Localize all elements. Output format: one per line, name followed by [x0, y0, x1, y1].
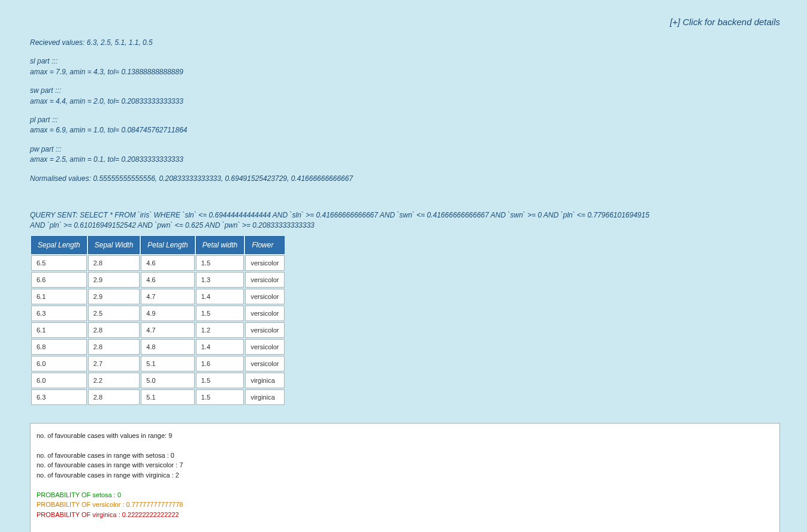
table-cell: 1.5: [196, 373, 244, 388]
table-cell: 6.0: [31, 356, 87, 371]
table-cell: 6.1: [31, 289, 87, 304]
table-cell: 6.6: [31, 272, 87, 288]
fav-total: no. of favourable cases with values in r…: [37, 431, 773, 441]
table-cell: 6.8: [31, 339, 87, 355]
table-cell: 1.2: [196, 322, 244, 338]
received-values: Recieved values: 6.3, 2.5, 5.1, 1.1, 0.5: [30, 38, 780, 48]
table-cell: 1.4: [196, 339, 244, 355]
table-cell: 4.6: [141, 272, 194, 288]
total-cases: total no. of cases: 100: [37, 530, 773, 532]
sw-part-label: sw part :::: [30, 86, 61, 95]
fav-virginica: no. of favourable cases in range with vi…: [37, 470, 773, 480]
table-cell: 1.5: [196, 255, 244, 271]
table-cell: versicolor: [245, 322, 284, 338]
table-row: 6.82.84.81.4versicolor: [31, 339, 285, 355]
sl-part-label: sl part :::: [30, 57, 58, 65]
table-cell: 1.6: [196, 356, 244, 371]
sl-part: sl part ::: amax = 7.9, amin = 4.3, tol=…: [30, 56, 780, 77]
sw-part: sw part ::: amax = 4.4, amin = 2.0, tol=…: [30, 86, 780, 107]
pl-part: pl part ::: amax = 6.9, amin = 1.0, tol=…: [30, 115, 780, 136]
table-cell: 2.5: [88, 306, 140, 321]
iris-results-table: Sepal LengthSepal WidthPetal LengthPetal…: [30, 235, 286, 406]
table-cell: virginica: [245, 389, 284, 405]
table-header-0: Sepal Length: [31, 236, 87, 254]
table-cell: 4.6: [141, 255, 194, 271]
query-line-2: AND `pln` >= 0.61016949152542 AND `pwn` …: [30, 221, 315, 229]
table-cell: versicolor: [245, 356, 284, 371]
table-row: 6.12.84.71.2versicolor: [31, 322, 285, 338]
table-cell: versicolor: [245, 306, 284, 321]
table-header-4: Flower: [245, 236, 284, 254]
table-cell: 6.3: [31, 389, 87, 405]
pl-part-values: amax = 6.9, amin = 1.0, tol= 0.084745762…: [30, 126, 188, 134]
table-header-3: Petal width: [196, 236, 244, 254]
prob-virginica: PROBABILITY OF virginica : 0.22222222222…: [37, 510, 773, 520]
table-cell: 2.9: [88, 289, 140, 304]
table-cell: 6.0: [31, 373, 87, 388]
table-cell: versicolor: [245, 272, 284, 288]
table-row: 6.12.94.71.4versicolor: [31, 289, 285, 304]
table-cell: 4.7: [141, 322, 194, 338]
prob-versicolor: PROBABILITY OF versicolor : 0.7777777777…: [37, 500, 773, 510]
query-line-1: QUERY SENT: SELECT * FROM `iris` WHERE `…: [30, 211, 649, 219]
table-cell: 2.2: [88, 373, 140, 388]
fav-setosa: no. of favourable cases in range with se…: [37, 451, 773, 461]
table-cell: versicolor: [245, 339, 284, 355]
table-cell: 5.1: [141, 356, 194, 371]
result-box: no. of favourable cases with values in r…: [30, 423, 780, 532]
table-cell: 1.3: [196, 272, 244, 288]
table-row: 6.32.85.11.5virginica: [31, 389, 285, 405]
table-cell: 2.9: [88, 272, 140, 288]
table-cell: 2.7: [88, 356, 140, 371]
table-cell: 2.8: [88, 389, 140, 405]
table-header-2: Petal Length: [141, 236, 194, 254]
prob-setosa: PROBABILITY OF setosa : 0: [37, 490, 773, 500]
backend-details-label: [+] Click for backend details: [670, 17, 780, 27]
table-cell: 6.1: [31, 322, 87, 338]
table-row: 6.02.75.11.6versicolor: [31, 356, 285, 371]
table-row: 6.62.94.61.3versicolor: [31, 272, 285, 288]
table-cell: virginica: [245, 373, 284, 388]
table-header-1: Sepal Width: [88, 236, 140, 254]
pl-part-label: pl part :::: [30, 116, 58, 124]
table-cell: 1.5: [196, 306, 244, 321]
table-row: 6.52.84.61.5versicolor: [31, 255, 285, 271]
pw-part-values: amax = 2.5, amin = 0.1, tol= 0.208333333…: [30, 155, 183, 164]
sw-part-values: amax = 4.4, amin = 2.0, tol= 0.208333333…: [30, 97, 183, 105]
query-sent: QUERY SENT: SELECT * FROM `iris` WHERE `…: [30, 210, 780, 231]
table-cell: 2.8: [88, 339, 140, 355]
pw-part-label: pw part :::: [30, 145, 62, 153]
table-cell: 5.1: [141, 389, 194, 405]
table-cell: 6.5: [31, 255, 87, 271]
normalised-values: Normalised values: 0.55555555555556, 0.2…: [30, 174, 780, 184]
table-row: 6.32.54.91.5versicolor: [31, 306, 285, 321]
table-cell: versicolor: [245, 289, 284, 304]
table-cell: 2.8: [88, 255, 140, 271]
table-cell: 4.8: [141, 339, 194, 355]
table-cell: 5.0: [141, 373, 194, 388]
table-row: 6.02.25.01.5virginica: [31, 373, 285, 388]
table-cell: 6.3: [31, 306, 87, 321]
table-cell: versicolor: [245, 255, 284, 271]
table-cell: 4.9: [141, 306, 194, 321]
pw-part: pw part ::: amax = 2.5, amin = 0.1, tol=…: [30, 144, 780, 165]
table-cell: 2.8: [88, 322, 140, 338]
fav-versicolor: no. of favourable cases in range with ve…: [37, 460, 773, 470]
table-cell: 4.7: [141, 289, 194, 304]
backend-details-toggle[interactable]: [+] Click for backend details: [30, 17, 780, 27]
table-cell: 1.4: [196, 289, 244, 304]
sl-part-values: amax = 7.9, amin = 4.3, tol= 0.138888888…: [30, 68, 183, 76]
table-cell: 1.5: [196, 389, 244, 405]
